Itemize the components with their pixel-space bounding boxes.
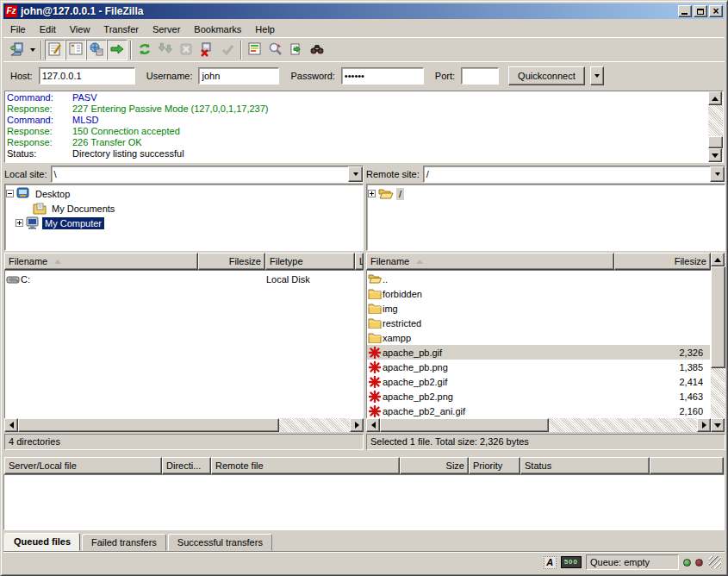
column-filesize[interactable]: Filesize <box>198 253 265 270</box>
minimize-button[interactable] <box>678 5 692 17</box>
log-line: Command:PASV <box>7 92 706 103</box>
file-row[interactable]: apache_pb2_ani.gif2,160 <box>367 404 710 418</box>
refresh-button[interactable] <box>134 40 155 60</box>
column-priority[interactable]: Priority <box>469 457 520 474</box>
file-row-selected[interactable]: apache_pb.gif2,326 <box>367 345 710 360</box>
scrollbar-thumb[interactable] <box>711 266 725 368</box>
folder-row[interactable]: .. <box>367 272 710 286</box>
collapse-icon[interactable] <box>6 190 14 197</box>
scroll-down-button[interactable] <box>711 418 725 432</box>
status-bar: A 500 Queue: empty <box>3 551 725 573</box>
quickconnect-button[interactable]: Quickconnect <box>508 66 585 85</box>
tab-failed-transfers[interactable]: Failed transfers <box>82 534 166 551</box>
site-manager-button[interactable] <box>7 40 28 60</box>
cancel-button[interactable] <box>176 40 196 60</box>
log-line: Response:150 Connection accepted <box>7 126 706 137</box>
scroll-up-button[interactable] <box>711 253 725 266</box>
transfer-type-indicator[interactable]: A <box>544 556 557 569</box>
scroll-right-button[interactable] <box>697 418 711 432</box>
column-filename[interactable]: Filename <box>4 253 198 270</box>
scroll-left-button[interactable] <box>366 418 380 432</box>
expand-icon[interactable] <box>368 190 376 197</box>
file-row[interactable]: apache_pb2.gif2,414 <box>367 374 710 389</box>
toggle-log-view-button[interactable] <box>45 40 65 60</box>
scroll-right-button[interactable] <box>350 418 364 432</box>
site-manager-dropdown[interactable] <box>28 40 38 60</box>
column-direction[interactable]: Directi... <box>162 457 211 474</box>
tree-item-desktop[interactable]: Desktop <box>6 186 362 201</box>
menu-file[interactable]: File <box>3 22 33 36</box>
local-site-path: \ <box>52 166 348 182</box>
port-input[interactable] <box>461 67 499 85</box>
local-site-dropdown[interactable] <box>348 166 363 182</box>
scrollbar-thumb[interactable] <box>380 418 549 432</box>
resize-grip[interactable] <box>709 556 721 568</box>
toggle-remote-tree-button[interactable] <box>86 40 107 60</box>
menu-bookmarks[interactable]: Bookmarks <box>187 22 248 36</box>
menu-view[interactable]: View <box>63 22 97 36</box>
scrollbar-thumb[interactable] <box>18 418 279 432</box>
column-status[interactable]: Status <box>520 457 650 474</box>
column-size[interactable]: Size <box>400 457 469 474</box>
menu-help[interactable]: Help <box>248 22 282 36</box>
toggle-local-tree-button[interactable] <box>65 40 86 60</box>
column-last-modified[interactable]: L <box>355 253 364 270</box>
toolbar <box>3 37 725 61</box>
file-row-c-drive[interactable]: C: Local Disk <box>5 272 363 286</box>
local-site-combo[interactable]: \ <box>51 166 364 183</box>
password-input[interactable] <box>341 67 424 85</box>
tab-successful-transfers[interactable]: Successful transfers <box>168 534 272 551</box>
menu-transfer[interactable]: Transfer <box>96 22 146 36</box>
tree-item-my-computer[interactable]: My Computer <box>6 216 362 230</box>
local-list-hscrollbar[interactable] <box>4 418 364 432</box>
column-filetype[interactable]: Filetype <box>265 253 355 270</box>
folder-row[interactable]: xampp <box>367 330 710 345</box>
column-server-local-file[interactable]: Server/Local file <box>4 457 162 474</box>
remote-site-dropdown[interactable] <box>710 166 725 182</box>
maximize-button[interactable] <box>694 5 707 17</box>
column-filename[interactable]: Filename <box>366 253 614 270</box>
synchronized-browsing-button[interactable] <box>286 40 307 60</box>
toggle-queue-button[interactable] <box>107 40 128 60</box>
queue-tabs: Queued files Failed transfers Successful… <box>4 533 272 551</box>
reconnect-button[interactable] <box>217 40 238 60</box>
scroll-up-button[interactable] <box>708 91 722 105</box>
tree-item-root[interactable]: / <box>368 186 724 201</box>
remote-site-combo[interactable]: / <box>423 166 725 183</box>
file-row[interactable]: apache_pb.png1,385 <box>367 360 710 374</box>
column-filesize[interactable]: Filesize <box>614 253 711 270</box>
scrollbar-thumb[interactable] <box>708 136 723 148</box>
disconnect-button[interactable] <box>196 40 217 60</box>
queue-size-indicator: Queue: empty <box>586 554 679 570</box>
quickconnect-dropdown[interactable] <box>590 66 604 85</box>
local-treeview-icon <box>68 41 84 59</box>
receive-led-indicator <box>683 559 691 567</box>
find-files-button[interactable] <box>307 40 327 60</box>
sort-ascending-icon <box>416 260 423 264</box>
close-button[interactable]: × <box>709 5 723 17</box>
menu-server[interactable]: Server <box>146 22 187 36</box>
remote-list-vscrollbar[interactable] <box>711 253 725 432</box>
filter-button[interactable] <box>265 40 286 60</box>
file-row[interactable]: apache_pb2.png1,463 <box>367 389 710 404</box>
folder-row[interactable]: restricted <box>367 316 710 330</box>
expand-icon[interactable] <box>16 219 23 227</box>
column-remote-file[interactable]: Remote file <box>211 457 400 474</box>
message-log-icon <box>47 41 63 59</box>
username-input[interactable] <box>198 67 279 85</box>
tab-queued-files[interactable]: Queued files <box>4 533 80 551</box>
directory-comparison-icon <box>247 41 263 59</box>
remote-list-hscrollbar[interactable] <box>366 418 711 432</box>
title-bar[interactable]: Fz john@127.0.0.1 - FileZilla × <box>3 3 725 19</box>
folder-row[interactable]: forbidden <box>367 286 710 301</box>
host-input[interactable] <box>39 67 135 85</box>
tree-item-my-documents[interactable]: My Documents <box>6 201 362 216</box>
speed-limit-icon[interactable]: 500 <box>561 556 582 568</box>
menu-edit[interactable]: Edit <box>33 22 63 36</box>
directory-comparison-button[interactable] <box>245 40 265 60</box>
log-scrollbar[interactable] <box>708 91 723 162</box>
scroll-down-button[interactable] <box>708 148 722 162</box>
process-queue-button[interactable] <box>155 40 176 60</box>
scroll-left-button[interactable] <box>4 418 18 432</box>
folder-row[interactable]: img <box>367 301 710 316</box>
